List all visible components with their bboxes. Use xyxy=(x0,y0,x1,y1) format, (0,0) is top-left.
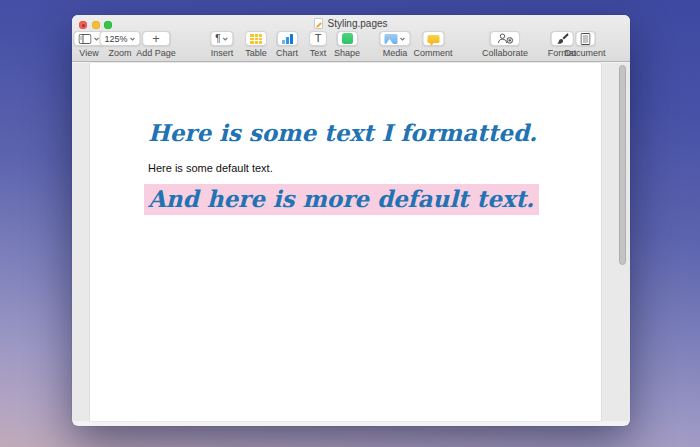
pages-app-window: Styling.pages View 125% Zoom xyxy=(72,15,630,426)
toolbar-label-collaborate: Collaborate xyxy=(482,48,528,58)
zoom-value: 125% xyxy=(104,34,127,44)
formatted-text-line[interactable]: Here is some text I formatted. xyxy=(148,119,537,146)
text-button[interactable]: T xyxy=(309,31,327,46)
comment-bubble-icon xyxy=(427,35,439,43)
toolbar-table[interactable]: Table xyxy=(245,31,267,58)
chevron-down-icon xyxy=(223,37,229,41)
vertical-scrollbar[interactable] xyxy=(601,63,630,421)
scrollbar-thumb[interactable] xyxy=(619,65,626,265)
toolbar-label-text: Text xyxy=(310,48,327,58)
media-button[interactable] xyxy=(380,31,411,46)
toolbar-comment[interactable]: Comment xyxy=(413,31,452,58)
document-page[interactable]: Here is some text I formatted. Here is s… xyxy=(90,63,601,421)
highlighted-text-line[interactable]: And here is more default text. xyxy=(144,184,539,215)
insert-button[interactable]: ¶ xyxy=(210,31,233,46)
toolbar-label-document: Document xyxy=(564,48,605,58)
toolbar-zoom[interactable]: 125% Zoom xyxy=(99,31,140,58)
toolbar-label-shape: Shape xyxy=(334,48,360,58)
chevron-down-icon xyxy=(400,37,406,41)
toolbar-label-zoom: Zoom xyxy=(108,48,131,58)
titlebar: Styling.pages xyxy=(72,17,630,30)
toolbar-label-media: Media xyxy=(383,48,408,58)
toolbar-chart[interactable]: Chart xyxy=(276,31,298,58)
toolbar-label-insert: Insert xyxy=(211,48,234,58)
pages-document-icon xyxy=(314,18,323,29)
plus-icon: + xyxy=(152,32,160,45)
toolbar-label-comment: Comment xyxy=(413,48,452,58)
chevron-down-icon xyxy=(130,37,136,41)
zoom-button[interactable]: 125% xyxy=(99,31,140,46)
document-page-icon xyxy=(580,33,590,45)
toolbar-label-add-page: Add Page xyxy=(136,48,176,58)
toolbar-media[interactable]: Media xyxy=(380,31,411,58)
document-button[interactable] xyxy=(575,31,595,46)
toolbar-label-chart: Chart xyxy=(276,48,298,58)
chart-button[interactable] xyxy=(276,31,297,46)
table-button[interactable] xyxy=(245,31,267,46)
toolbar-label-view: View xyxy=(79,48,98,58)
shape-button[interactable] xyxy=(337,31,358,46)
toolbar-text[interactable]: T Text xyxy=(309,31,327,58)
default-text-line[interactable]: Here is some default text. xyxy=(148,162,273,174)
collaborate-person-icon xyxy=(497,33,514,44)
window-header: Styling.pages View 125% Zoom xyxy=(72,15,630,62)
view-panels-icon xyxy=(79,34,92,44)
collaborate-button[interactable] xyxy=(490,31,520,46)
toolbar-document[interactable]: Document xyxy=(564,31,605,58)
photo-icon xyxy=(385,34,398,44)
table-grid-icon xyxy=(250,34,262,44)
pilcrow-icon: ¶ xyxy=(215,34,220,44)
toolbar-label-table: Table xyxy=(245,48,267,58)
text-t-icon: T xyxy=(315,33,322,44)
toolbar-collaborate[interactable]: Collaborate xyxy=(482,31,528,58)
toolbar-insert[interactable]: ¶ Insert xyxy=(210,31,233,58)
add-page-button[interactable]: + xyxy=(142,31,170,46)
shape-square-icon xyxy=(342,33,353,44)
toolbar-add-page[interactable]: + Add Page xyxy=(136,31,176,58)
window-title: Styling.pages xyxy=(327,18,387,29)
bar-chart-icon xyxy=(281,34,292,44)
comment-button[interactable] xyxy=(422,31,444,46)
toolbar-shape[interactable]: Shape xyxy=(334,31,360,58)
document-canvas: Here is some text I formatted. Here is s… xyxy=(72,63,630,421)
